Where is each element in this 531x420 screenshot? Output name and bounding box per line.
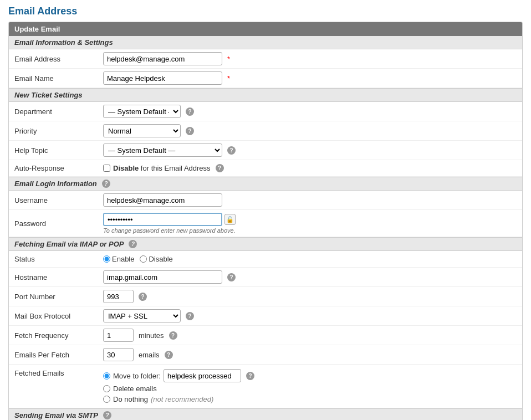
- fetch-frequency-suffix: minutes: [139, 331, 164, 340]
- control-emails-per-fetch: emails ?: [103, 348, 517, 361]
- section-sending-email: Sending Email via SMTP ?: [9, 408, 522, 420]
- select-priority[interactable]: Normal Low High Critical: [103, 124, 181, 137]
- card-header: Update Email: [9, 22, 522, 36]
- section-email-login: Email Login Information ?: [9, 177, 522, 191]
- help-icon-emails-per-fetch[interactable]: ?: [165, 351, 173, 359]
- input-fetch-port[interactable]: [103, 290, 134, 303]
- select-mailbox-protocol[interactable]: IMAP + SSL IMAP POP3 POP3 + SSL: [103, 309, 181, 322]
- label-help-topic: Help Topic: [14, 146, 103, 155]
- password-input-row: 🔓: [103, 213, 236, 226]
- input-username[interactable]: [103, 193, 222, 207]
- control-fetch-hostname: ?: [103, 270, 517, 284]
- fetched-option-nothing: Do nothing (not recommended): [103, 395, 254, 403]
- input-fetch-hostname[interactable]: [103, 270, 222, 284]
- row-emails-per-fetch: Emails Per Fetch emails ?: [9, 345, 522, 365]
- label-email-name: Email Name: [14, 74, 103, 83]
- label-fetched-emails: Fetched Emails: [14, 369, 103, 377]
- select-help-topic[interactable]: — System Default —: [103, 144, 222, 157]
- input-fetch-frequency[interactable]: [103, 329, 134, 342]
- row-fetch-status: Status Enable Disable: [9, 251, 522, 268]
- select-department[interactable]: — System Default —: [103, 105, 181, 118]
- radio-fetch-disable-label[interactable]: Disable: [140, 255, 172, 263]
- control-department: — System Default — ?: [103, 105, 517, 118]
- control-fetch-port: ?: [103, 290, 517, 303]
- section-email-info: Email Information & Settings: [9, 36, 522, 49]
- label-auto-response: Auto-Response: [14, 164, 103, 172]
- label-fetch-port: Port Number: [14, 293, 103, 301]
- control-fetched-emails: Move to folder: ? Delete emails Do nothi…: [103, 369, 517, 403]
- control-username: [103, 193, 517, 207]
- control-email-address: *: [103, 52, 517, 65]
- row-email-address: Email Address *: [9, 49, 522, 69]
- row-username: Username: [9, 191, 522, 210]
- control-fetch-frequency: minutes ?: [103, 329, 517, 342]
- label-emails-per-fetch: Emails Per Fetch: [14, 351, 103, 359]
- row-fetch-frequency: Fetch Frequency minutes ?: [9, 326, 522, 345]
- control-email-name: *: [103, 71, 517, 85]
- label-email-address: Email Address: [14, 55, 103, 63]
- radio-fetched-nothing[interactable]: [103, 396, 110, 403]
- control-auto-response: Disable for this Email Address ?: [103, 164, 517, 172]
- help-icon-fetch-section[interactable]: ?: [129, 240, 137, 248]
- radio-fetched-move[interactable]: [103, 372, 110, 380]
- row-password: Password 🔓 To change password enter new …: [9, 210, 522, 237]
- unlock-icon[interactable]: 🔓: [224, 214, 236, 225]
- fetched-move-label: Move to folder:: [113, 372, 161, 380]
- help-icon-fetch-frequency[interactable]: ?: [169, 331, 177, 340]
- password-wrapper: 🔓 To change password enter new password …: [103, 213, 236, 234]
- help-icon-department[interactable]: ?: [186, 107, 194, 116]
- password-hint: To change password enter new password ab…: [103, 227, 236, 234]
- control-help-topic: — System Default — ?: [103, 144, 517, 157]
- control-fetch-status: Enable Disable: [103, 255, 517, 263]
- fetched-delete-label: Delete emails: [113, 385, 157, 393]
- row-fetch-hostname: Hostname ?: [9, 268, 522, 287]
- row-fetch-port: Port Number ?: [9, 287, 522, 306]
- label-fetch-status: Status: [14, 255, 103, 263]
- radio-fetch-enable-label[interactable]: Enable: [103, 255, 134, 263]
- help-icon-smtp-section[interactable]: ?: [103, 411, 111, 419]
- radio-fetched-delete[interactable]: [103, 385, 110, 392]
- label-fetch-hostname: Hostname: [14, 273, 103, 281]
- fetched-option-delete: Delete emails: [103, 385, 254, 393]
- required-star-name: *: [227, 74, 230, 83]
- input-password[interactable]: [103, 213, 222, 226]
- radio-fetch-disable[interactable]: [140, 255, 147, 263]
- row-fetched-emails: Fetched Emails Move to folder: ? Delete …: [9, 365, 522, 408]
- row-auto-response: Auto-Response Disable for this Email Add…: [9, 160, 522, 177]
- control-mailbox-protocol: IMAP + SSL IMAP POP3 POP3 + SSL ?: [103, 309, 517, 322]
- section-new-ticket: New Ticket Settings: [9, 88, 522, 102]
- emails-per-fetch-suffix: emails: [139, 351, 160, 359]
- required-star-email: *: [227, 55, 230, 63]
- label-priority: Priority: [14, 127, 103, 135]
- help-icon-fetched-emails[interactable]: ?: [246, 372, 254, 380]
- radio-fetch-enable[interactable]: [103, 255, 110, 263]
- help-icon-fetch-port[interactable]: ?: [139, 293, 147, 301]
- input-folder-name[interactable]: [164, 369, 241, 382]
- row-department: Department — System Default — ?: [9, 102, 522, 121]
- fetch-disable-text: Disable: [149, 255, 172, 263]
- fetched-emails-options: Move to folder: ? Delete emails Do nothi…: [103, 369, 254, 403]
- help-icon-priority[interactable]: ?: [186, 127, 194, 135]
- page-title: Email Address: [8, 6, 523, 17]
- label-password: Password: [14, 219, 103, 228]
- checkbox-auto-response[interactable]: [103, 165, 110, 172]
- section-fetching-email: Fetching Email via IMAP or POP ?: [9, 237, 522, 251]
- help-icon-mailbox-protocol[interactable]: ?: [186, 312, 194, 320]
- row-help-topic: Help Topic — System Default — ?: [9, 141, 522, 160]
- control-priority: Normal Low High Critical ?: [103, 124, 517, 137]
- not-recommended-label: (not recommended): [151, 395, 213, 403]
- help-icon-login-section[interactable]: ?: [102, 180, 110, 188]
- fetched-option-move: Move to folder: ?: [103, 369, 254, 382]
- label-department: Department: [14, 107, 103, 116]
- input-email-name[interactable]: [103, 71, 222, 85]
- radio-group-fetch-status: Enable Disable: [103, 255, 173, 263]
- row-priority: Priority Normal Low High Critical ?: [9, 121, 522, 141]
- input-email-address[interactable]: [103, 52, 222, 65]
- help-icon-auto-response[interactable]: ?: [216, 164, 224, 172]
- help-icon-fetch-hostname[interactable]: ?: [227, 273, 236, 281]
- label-fetch-frequency: Fetch Frequency: [14, 331, 103, 340]
- fetch-enable-text: Enable: [112, 255, 134, 263]
- help-icon-help-topic[interactable]: ?: [227, 146, 236, 155]
- label-username: Username: [14, 196, 103, 204]
- input-emails-per-fetch[interactable]: [103, 348, 134, 361]
